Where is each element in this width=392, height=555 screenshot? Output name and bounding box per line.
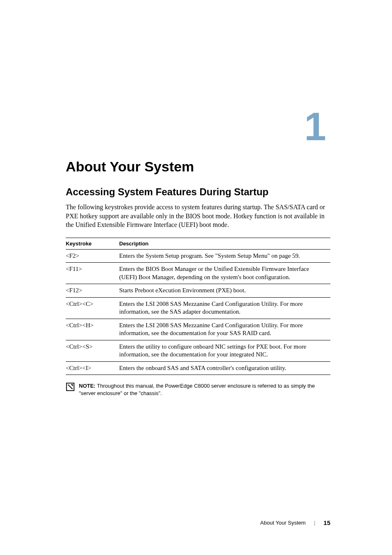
note-label: NOTE: — [79, 383, 95, 389]
keystroke-cell: <F11> — [66, 263, 119, 284]
svg-line-1 — [68, 385, 73, 389]
table-header-description: Description — [119, 238, 330, 249]
chapter-number: 1 — [66, 107, 326, 146]
table-row: <F11> Enters the BIOS Boot Manager or th… — [66, 263, 330, 284]
table-row: <F12> Starts Preboot eXecution Environme… — [66, 284, 330, 298]
table-row: <F2> Enters the System Setup program. Se… — [66, 249, 330, 263]
note-text: NOTE: Throughout this manual, the PowerE… — [79, 382, 330, 397]
chapter-title: About Your System — [66, 159, 330, 175]
description-cell: Starts Preboot eXecution Environment (PX… — [119, 284, 330, 298]
keystroke-cell: <Ctrl><I> — [66, 361, 119, 375]
page-footer: About Your System | 15 — [260, 519, 330, 526]
keystroke-cell: <Ctrl><H> — [66, 319, 119, 340]
keystroke-cell: <F2> — [66, 249, 119, 263]
section-intro: The following keystrokes provide access … — [66, 203, 330, 229]
description-cell: Enters the LSI 2008 SAS Mezzanine Card C… — [119, 297, 330, 319]
note-body: Throughout this manual, the PowerEdge C8… — [79, 383, 315, 396]
footer-section-name: About Your System — [260, 520, 306, 526]
description-cell: Enters the utility to configure onboard … — [119, 340, 330, 361]
description-cell: Enters the System Setup program. See "Sy… — [119, 249, 330, 263]
note-icon — [66, 382, 75, 391]
keystroke-table: Keystroke Description <F2> Enters the Sy… — [66, 238, 330, 375]
table-row: <Ctrl><H> Enters the LSI 2008 SAS Mezzan… — [66, 319, 330, 340]
keystroke-cell: <F12> — [66, 284, 119, 298]
description-cell: Enters the onboard SAS and SATA controll… — [119, 361, 330, 375]
footer-separator: | — [314, 520, 315, 526]
table-row: <Ctrl><S> Enters the utility to configur… — [66, 340, 330, 361]
note-block: NOTE: Throughout this manual, the PowerE… — [66, 382, 330, 397]
table-row: <Ctrl><I> Enters the onboard SAS and SAT… — [66, 361, 330, 375]
description-cell: Enters the LSI 2008 SAS Mezzanine Card C… — [119, 319, 330, 340]
description-cell: Enters the BIOS Boot Manager or the Unif… — [119, 263, 330, 284]
table-row: <Ctrl><C> Enters the LSI 2008 SAS Mezzan… — [66, 297, 330, 319]
keystroke-cell: <Ctrl><C> — [66, 297, 119, 319]
keystroke-cell: <Ctrl><S> — [66, 340, 119, 361]
table-header-keystroke: Keystroke — [66, 238, 119, 249]
footer-page-number: 15 — [323, 519, 330, 526]
section-title: Accessing System Features During Startup — [66, 186, 330, 198]
